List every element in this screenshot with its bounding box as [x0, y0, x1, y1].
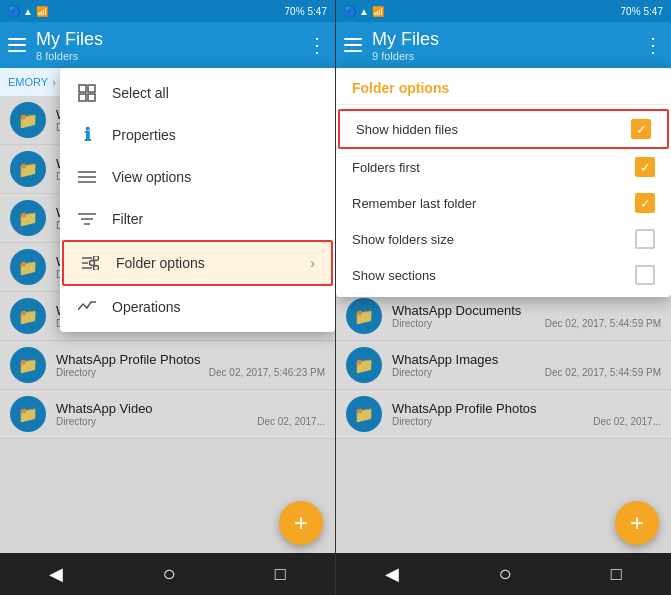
more-icon-left[interactable]: ⋮ [307, 33, 327, 57]
folder-options-icon [80, 252, 102, 274]
show-sections-label: Show sections [352, 268, 625, 283]
operations-label: Operations [112, 299, 319, 315]
folder-icon: 📁 [10, 396, 46, 432]
more-icon-right[interactable]: ⋮ [643, 33, 663, 57]
toolbar-right: My Files 9 folders ⋮ [336, 22, 671, 68]
svg-rect-1 [88, 85, 95, 92]
properties-label: Properties [112, 127, 319, 143]
folders-first-label: Folders first [352, 160, 625, 175]
home-button-right[interactable]: ○ [498, 561, 511, 587]
file-meta: DirectoryDec 02, 2017, 5:44:59 PM [392, 367, 661, 378]
app-subtitle-right: 9 folders [372, 50, 633, 62]
back-button-left[interactable]: ◀ [49, 563, 63, 585]
battery-text-right: 70% [621, 6, 641, 17]
menu-item-folder-options[interactable]: Folder options › [62, 240, 333, 286]
signal-icon-r: ▲ [359, 6, 369, 17]
app-subtitle-left: 8 folders [36, 50, 297, 62]
properties-icon: ℹ [76, 124, 98, 146]
file-meta: DirectoryDec 02, 2017... [392, 416, 661, 427]
menu-item-view-options[interactable]: View options [60, 156, 335, 198]
menu-icon-left[interactable] [8, 38, 26, 52]
signal-icon: ▲ [23, 6, 33, 17]
fab-left[interactable]: + [279, 501, 323, 545]
view-options-icon [76, 166, 98, 188]
folder-icon: 📁 [346, 347, 382, 383]
option-show-sections[interactable]: Show sections [336, 257, 671, 293]
bluetooth-icon-r: 🔵 [344, 6, 356, 17]
option-show-hidden[interactable]: Show hidden files ✓ [338, 109, 669, 149]
folder-icon: 📁 [346, 396, 382, 432]
fab-icon-left: + [294, 509, 308, 537]
folder-icon: 📁 [10, 200, 46, 236]
file-item-photos-r[interactable]: 📁 WhatsApp Profile Photos DirectoryDec 0… [336, 390, 671, 439]
file-name: WhatsApp Documents [392, 303, 661, 318]
remember-last-label: Remember last folder [352, 196, 625, 211]
status-bar-left: 🔵 ▲ 📶 70% 5:47 [0, 0, 335, 22]
folder-icon: 📁 [10, 151, 46, 187]
filter-icon [76, 208, 98, 230]
wifi-icon: 📶 [36, 6, 48, 17]
left-panel: 🔵 ▲ 📶 70% 5:47 My Files 8 folders ⋮ EMOR… [0, 0, 335, 595]
folders-first-checkbox[interactable]: ✓ [635, 157, 655, 177]
battery-text-left: 70% [285, 6, 305, 17]
show-hidden-label: Show hidden files [356, 122, 621, 137]
fab-icon-right: + [630, 509, 644, 537]
file-meta: DirectoryDec 02, 2017... [56, 416, 325, 427]
time-right: 5:47 [644, 6, 663, 17]
select-all-icon [76, 82, 98, 104]
operations-icon [76, 296, 98, 318]
breadcrumb-part1-left: EMORY [8, 76, 48, 88]
recents-button-right[interactable]: □ [611, 564, 622, 585]
option-folders-first[interactable]: Folders first ✓ [336, 149, 671, 185]
file-name: WhatsApp Profile Photos [56, 352, 325, 367]
folder-icon: 📁 [10, 298, 46, 334]
app-title-right: My Files [372, 29, 633, 50]
option-show-size[interactable]: Show folders size [336, 221, 671, 257]
folder-icon: 📁 [10, 249, 46, 285]
back-button-right[interactable]: ◀ [385, 563, 399, 585]
file-meta: DirectoryDec 02, 2017, 5:46:23 PM [56, 367, 325, 378]
menu-item-operations[interactable]: Operations [60, 286, 335, 328]
context-menu: Select all ℹ Properties View options Fil… [60, 68, 335, 332]
fab-right[interactable]: + [615, 501, 659, 545]
remember-last-checkbox[interactable]: ✓ [635, 193, 655, 213]
toolbar-left: My Files 8 folders ⋮ [0, 22, 335, 68]
file-name: WhatsApp Profile Photos [392, 401, 661, 416]
nav-bar-left: ◀ ○ □ [0, 553, 335, 595]
menu-icon-right[interactable] [344, 38, 362, 52]
file-item-docs-r[interactable]: 📁 WhatsApp Documents DirectoryDec 02, 20… [336, 292, 671, 341]
folder-options-arrow: › [310, 255, 315, 271]
folder-options-panel: Folder options Show hidden files ✓ Folde… [336, 68, 671, 297]
folder-options-label: Folder options [116, 255, 296, 271]
status-bar-right: 🔵 ▲ 📶 70% 5:47 [336, 0, 671, 22]
bluetooth-icon: 🔵 [8, 6, 20, 17]
svg-rect-2 [79, 94, 86, 101]
status-icons-right: 🔵 ▲ 📶 [344, 6, 384, 17]
app-title-left: My Files [36, 29, 297, 50]
file-name: WhatsApp Images [392, 352, 661, 367]
option-remember-last[interactable]: Remember last folder ✓ [336, 185, 671, 221]
show-size-label: Show folders size [352, 232, 625, 247]
breadcrumb-arrow-left: › [52, 76, 56, 88]
file-item-photos[interactable]: 📁 WhatsApp Profile Photos DirectoryDec 0… [0, 341, 335, 390]
menu-item-properties[interactable]: ℹ Properties [60, 114, 335, 156]
menu-item-filter[interactable]: Filter [60, 198, 335, 240]
recents-button-left[interactable]: □ [275, 564, 286, 585]
home-button-left[interactable]: ○ [162, 561, 175, 587]
show-size-checkbox[interactable] [635, 229, 655, 249]
show-sections-checkbox[interactable] [635, 265, 655, 285]
menu-item-select-all[interactable]: Select all [60, 72, 335, 114]
file-name: WhatsApp Video [56, 401, 325, 416]
svg-point-11 [94, 256, 99, 261]
file-item-images-r[interactable]: 📁 WhatsApp Images DirectoryDec 02, 2017,… [336, 341, 671, 390]
right-panel: 🔵 ▲ 📶 70% 5:47 My Files 9 folders ⋮ MORY… [336, 0, 671, 595]
folder-icon: 📁 [10, 347, 46, 383]
svg-point-15 [94, 266, 99, 271]
svg-point-13 [90, 261, 95, 266]
file-item-video[interactable]: 📁 WhatsApp Video DirectoryDec 02, 2017..… [0, 390, 335, 439]
file-meta: DirectoryDec 02, 2017, 5:44:59 PM [392, 318, 661, 329]
filter-label: Filter [112, 211, 319, 227]
status-right-left: 70% 5:47 [285, 6, 327, 17]
wifi-icon-r: 📶 [372, 6, 384, 17]
show-hidden-checkbox[interactable]: ✓ [631, 119, 651, 139]
